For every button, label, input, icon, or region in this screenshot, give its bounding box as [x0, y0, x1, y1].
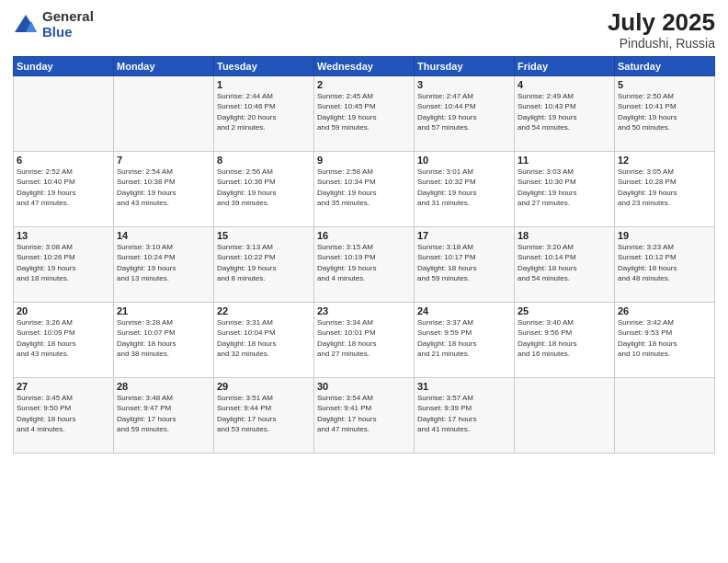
day-info: Sunrise: 2:45 AM Sunset: 10:45 PM Daylig… [317, 91, 411, 133]
header-saturday: Saturday [615, 56, 715, 75]
day-number: 24 [417, 305, 511, 316]
day-number: 11 [518, 155, 611, 166]
day-info: Sunrise: 3:42 AM Sunset: 9:53 PM Dayligh… [618, 317, 711, 360]
day-number: 4 [518, 79, 611, 90]
day-number: 17 [417, 230, 511, 241]
day-info: Sunrise: 3:37 AM Sunset: 9:59 PM Dayligh… [417, 317, 511, 360]
day-number: 9 [317, 155, 411, 166]
logo-text: General Blue [42, 9, 94, 40]
day-number: 10 [417, 155, 511, 166]
day-number: 7 [117, 155, 210, 166]
calendar-cell: 15Sunrise: 3:13 AM Sunset: 10:22 PM Dayl… [214, 226, 314, 302]
day-info: Sunrise: 3:05 AM Sunset: 10:28 PM Daylig… [618, 167, 711, 209]
day-number: 29 [217, 381, 311, 392]
day-info: Sunrise: 3:40 AM Sunset: 9:56 PM Dayligh… [518, 317, 611, 360]
calendar-cell [615, 377, 715, 453]
header-friday: Friday [515, 56, 615, 75]
calendar-body: 1Sunrise: 2:44 AM Sunset: 10:46 PM Dayli… [14, 75, 715, 453]
day-number: 22 [217, 305, 311, 316]
calendar-cell: 18Sunrise: 3:20 AM Sunset: 10:14 PM Dayl… [515, 226, 615, 302]
day-info: Sunrise: 2:56 AM Sunset: 10:36 PM Daylig… [217, 167, 311, 209]
day-info: Sunrise: 3:18 AM Sunset: 10:17 PM Daylig… [417, 242, 511, 284]
calendar-week-5: 27Sunrise: 3:45 AM Sunset: 9:50 PM Dayli… [14, 377, 715, 453]
logo-general: General [42, 9, 94, 25]
calendar-cell: 23Sunrise: 3:34 AM Sunset: 10:01 PM Dayl… [314, 302, 415, 377]
page: General Blue July 2025 Pindushi, Russia … [0, 0, 728, 563]
day-number: 23 [317, 305, 411, 316]
day-info: Sunrise: 3:23 AM Sunset: 10:12 PM Daylig… [618, 242, 711, 284]
location: Pindushi, Russia [608, 36, 715, 51]
day-number: 12 [618, 155, 711, 166]
calendar-cell [114, 75, 214, 151]
day-number: 3 [417, 79, 511, 90]
day-info: Sunrise: 3:15 AM Sunset: 10:19 PM Daylig… [317, 242, 411, 284]
day-number: 19 [618, 230, 711, 241]
day-number: 13 [17, 230, 110, 241]
day-info: Sunrise: 2:50 AM Sunset: 10:41 PM Daylig… [618, 91, 711, 133]
day-info: Sunrise: 2:44 AM Sunset: 10:46 PM Daylig… [217, 91, 311, 133]
day-number: 18 [518, 230, 611, 241]
calendar-cell [515, 377, 615, 453]
day-number: 21 [117, 305, 210, 316]
day-number: 28 [117, 381, 210, 392]
calendar-cell: 14Sunrise: 3:10 AM Sunset: 10:24 PM Dayl… [114, 226, 214, 302]
calendar-cell: 9Sunrise: 2:58 AM Sunset: 10:34 PM Dayli… [314, 151, 415, 226]
day-number: 25 [518, 305, 611, 316]
calendar-cell: 13Sunrise: 3:08 AM Sunset: 10:26 PM Dayl… [14, 226, 114, 302]
header-monday: Monday [114, 56, 214, 75]
calendar-header: Sunday Monday Tuesday Wednesday Thursday… [14, 56, 715, 75]
day-info: Sunrise: 3:31 AM Sunset: 10:04 PM Daylig… [217, 317, 311, 360]
day-info: Sunrise: 3:48 AM Sunset: 9:47 PM Dayligh… [117, 393, 210, 435]
day-info: Sunrise: 3:20 AM Sunset: 10:14 PM Daylig… [518, 242, 611, 284]
day-number: 5 [618, 79, 711, 90]
logo-blue: Blue [42, 25, 94, 40]
day-number: 2 [317, 79, 411, 90]
calendar-week-4: 20Sunrise: 3:26 AM Sunset: 10:09 PM Dayl… [14, 302, 715, 377]
calendar-cell: 20Sunrise: 3:26 AM Sunset: 10:09 PM Dayl… [14, 302, 114, 377]
day-info: Sunrise: 3:54 AM Sunset: 9:41 PM Dayligh… [317, 393, 411, 435]
header-tuesday: Tuesday [214, 56, 314, 75]
calendar-cell: 19Sunrise: 3:23 AM Sunset: 10:12 PM Dayl… [615, 226, 715, 302]
day-info: Sunrise: 2:47 AM Sunset: 10:44 PM Daylig… [417, 91, 511, 133]
calendar-cell [14, 75, 114, 151]
day-info: Sunrise: 2:58 AM Sunset: 10:34 PM Daylig… [317, 167, 411, 209]
calendar-cell: 7Sunrise: 2:54 AM Sunset: 10:38 PM Dayli… [114, 151, 214, 226]
day-info: Sunrise: 2:49 AM Sunset: 10:43 PM Daylig… [518, 91, 611, 133]
calendar-cell: 1Sunrise: 2:44 AM Sunset: 10:46 PM Dayli… [214, 75, 314, 151]
calendar-cell: 4Sunrise: 2:49 AM Sunset: 10:43 PM Dayli… [515, 75, 615, 151]
calendar-cell: 6Sunrise: 2:52 AM Sunset: 10:40 PM Dayli… [14, 151, 114, 226]
day-number: 26 [618, 305, 711, 316]
header-thursday: Thursday [415, 56, 515, 75]
calendar-cell: 30Sunrise: 3:54 AM Sunset: 9:41 PM Dayli… [314, 377, 415, 453]
day-number: 15 [217, 230, 311, 241]
day-number: 31 [417, 381, 511, 392]
calendar-cell: 10Sunrise: 3:01 AM Sunset: 10:32 PM Dayl… [415, 151, 515, 226]
day-info: Sunrise: 2:54 AM Sunset: 10:38 PM Daylig… [117, 167, 210, 209]
calendar-cell: 25Sunrise: 3:40 AM Sunset: 9:56 PM Dayli… [515, 302, 615, 377]
calendar-cell: 26Sunrise: 3:42 AM Sunset: 9:53 PM Dayli… [615, 302, 715, 377]
calendar-cell: 16Sunrise: 3:15 AM Sunset: 10:19 PM Dayl… [314, 226, 415, 302]
day-info: Sunrise: 3:13 AM Sunset: 10:22 PM Daylig… [217, 242, 311, 284]
calendar-week-1: 1Sunrise: 2:44 AM Sunset: 10:46 PM Dayli… [14, 75, 715, 151]
day-number: 6 [17, 155, 110, 166]
day-info: Sunrise: 3:03 AM Sunset: 10:30 PM Daylig… [518, 167, 611, 209]
calendar-cell: 3Sunrise: 2:47 AM Sunset: 10:44 PM Dayli… [415, 75, 515, 151]
calendar-cell: 17Sunrise: 3:18 AM Sunset: 10:17 PM Dayl… [415, 226, 515, 302]
day-number: 20 [17, 305, 110, 316]
header-row: Sunday Monday Tuesday Wednesday Thursday… [14, 56, 715, 75]
day-number: 30 [317, 381, 411, 392]
month-title: July 2025 [608, 9, 715, 36]
logo-icon [13, 12, 39, 38]
calendar-cell: 24Sunrise: 3:37 AM Sunset: 9:59 PM Dayli… [415, 302, 515, 377]
day-info: Sunrise: 2:52 AM Sunset: 10:40 PM Daylig… [17, 167, 110, 209]
day-number: 16 [317, 230, 411, 241]
day-info: Sunrise: 3:34 AM Sunset: 10:01 PM Daylig… [317, 317, 411, 360]
calendar-cell: 2Sunrise: 2:45 AM Sunset: 10:45 PM Dayli… [314, 75, 415, 151]
calendar-cell: 21Sunrise: 3:28 AM Sunset: 10:07 PM Dayl… [114, 302, 214, 377]
calendar-week-2: 6Sunrise: 2:52 AM Sunset: 10:40 PM Dayli… [14, 151, 715, 226]
day-info: Sunrise: 3:57 AM Sunset: 9:39 PM Dayligh… [417, 393, 511, 435]
calendar-cell: 22Sunrise: 3:31 AM Sunset: 10:04 PM Dayl… [214, 302, 314, 377]
day-number: 14 [117, 230, 210, 241]
calendar-table: Sunday Monday Tuesday Wednesday Thursday… [13, 56, 715, 454]
title-block: July 2025 Pindushi, Russia [608, 9, 715, 51]
